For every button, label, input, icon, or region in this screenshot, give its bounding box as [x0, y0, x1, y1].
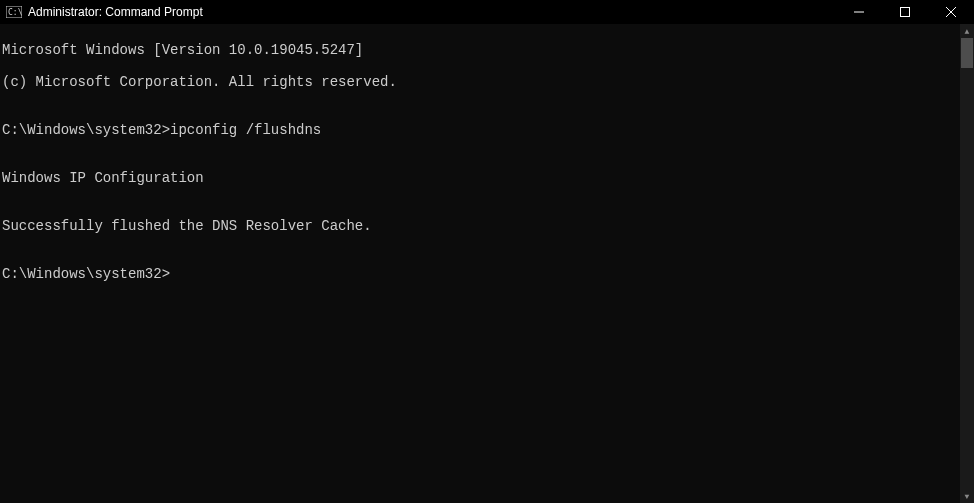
- scrollbar-thumb[interactable]: [961, 38, 973, 68]
- svg-rect-3: [901, 8, 910, 17]
- terminal-line: C:\Windows\system32>ipconfig /flushdns: [2, 122, 960, 138]
- scroll-down-arrow-icon[interactable]: ▼: [960, 489, 974, 503]
- close-button[interactable]: [928, 0, 974, 24]
- terminal-prompt: C:\Windows\system32>: [2, 266, 960, 282]
- terminal-line: Microsoft Windows [Version 10.0.19045.52…: [2, 42, 960, 58]
- window-titlebar: C:\ Administrator: Command Prompt: [0, 0, 974, 24]
- vertical-scrollbar[interactable]: ▲ ▼: [960, 24, 974, 503]
- svg-text:C:\: C:\: [8, 8, 22, 17]
- terminal-output[interactable]: Microsoft Windows [Version 10.0.19045.52…: [0, 24, 960, 503]
- terminal-line: (c) Microsoft Corporation. All rights re…: [2, 74, 960, 90]
- window-title: Administrator: Command Prompt: [28, 5, 836, 19]
- terminal-line: Successfully flushed the DNS Resolver Ca…: [2, 218, 960, 234]
- terminal-line: Windows IP Configuration: [2, 170, 960, 186]
- scroll-up-arrow-icon[interactable]: ▲: [960, 24, 974, 38]
- cmd-icon: C:\: [6, 5, 22, 19]
- minimize-button[interactable]: [836, 0, 882, 24]
- maximize-button[interactable]: [882, 0, 928, 24]
- window-controls: [836, 0, 974, 24]
